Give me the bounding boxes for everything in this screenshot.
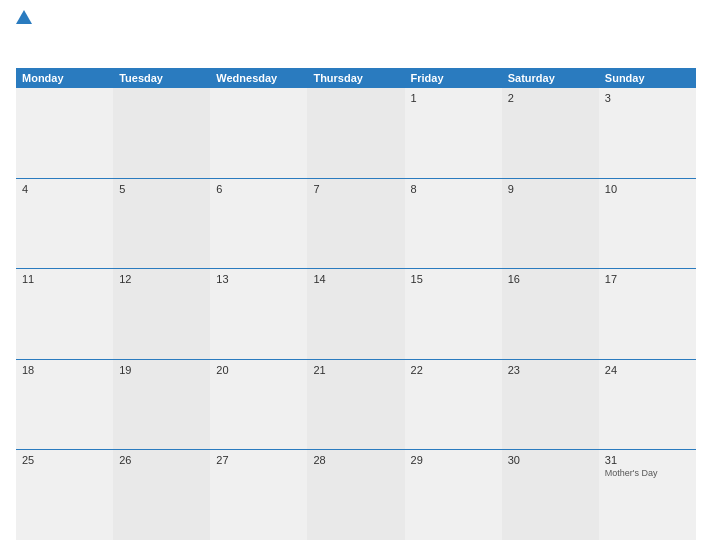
day-cell-7: 7 (307, 179, 404, 269)
day-cell-3: 3 (599, 88, 696, 178)
calendar: Monday Tuesday Wednesday Thursday Friday… (16, 68, 696, 540)
day-cell-27: 27 (210, 450, 307, 540)
calendar-header: Monday Tuesday Wednesday Thursday Friday… (16, 68, 696, 88)
day-number: 26 (119, 454, 204, 466)
day-number: 2 (508, 92, 593, 104)
weekday-monday: Monday (16, 68, 113, 88)
day-number: 28 (313, 454, 398, 466)
day-number: 15 (411, 273, 496, 285)
week-row-4: 25262728293031Mother's Day (16, 450, 696, 540)
day-cell-13: 13 (210, 269, 307, 359)
day-cell-19: 19 (113, 360, 210, 450)
day-number: 10 (605, 183, 690, 195)
day-cell-5: 5 (113, 179, 210, 269)
header (16, 10, 696, 62)
empty-cell-w0-c2 (210, 88, 307, 178)
day-number: 30 (508, 454, 593, 466)
day-number: 19 (119, 364, 204, 376)
calendar-page: Monday Tuesday Wednesday Thursday Friday… (0, 0, 712, 550)
day-number: 7 (313, 183, 398, 195)
day-number: 20 (216, 364, 301, 376)
day-number: 9 (508, 183, 593, 195)
day-number: 14 (313, 273, 398, 285)
day-number: 8 (411, 183, 496, 195)
day-number: 21 (313, 364, 398, 376)
day-cell-21: 21 (307, 360, 404, 450)
day-number: 16 (508, 273, 593, 285)
day-number: 6 (216, 183, 301, 195)
logo-triangle-icon (16, 10, 32, 24)
svg-marker-0 (16, 10, 32, 24)
day-cell-26: 26 (113, 450, 210, 540)
day-number: 4 (22, 183, 107, 195)
day-cell-16: 16 (502, 269, 599, 359)
day-number: 29 (411, 454, 496, 466)
day-cell-2: 2 (502, 88, 599, 178)
day-cell-31: 31Mother's Day (599, 450, 696, 540)
day-number: 22 (411, 364, 496, 376)
day-cell-28: 28 (307, 450, 404, 540)
day-number: 11 (22, 273, 107, 285)
day-number: 5 (119, 183, 204, 195)
day-cell-4: 4 (16, 179, 113, 269)
day-cell-25: 25 (16, 450, 113, 540)
day-number: 25 (22, 454, 107, 466)
day-number: 13 (216, 273, 301, 285)
day-event: Mother's Day (605, 468, 690, 478)
calendar-body: 1234567891011121314151617181920212223242… (16, 88, 696, 540)
day-number: 17 (605, 273, 690, 285)
empty-cell-w0-c1 (113, 88, 210, 178)
day-number: 1 (411, 92, 496, 104)
day-cell-1: 1 (405, 88, 502, 178)
week-row-3: 18192021222324 (16, 360, 696, 451)
weekday-wednesday: Wednesday (210, 68, 307, 88)
day-cell-20: 20 (210, 360, 307, 450)
day-number: 12 (119, 273, 204, 285)
day-cell-8: 8 (405, 179, 502, 269)
day-cell-23: 23 (502, 360, 599, 450)
day-cell-12: 12 (113, 269, 210, 359)
day-cell-6: 6 (210, 179, 307, 269)
weekday-sunday: Sunday (599, 68, 696, 88)
weekday-saturday: Saturday (502, 68, 599, 88)
day-cell-10: 10 (599, 179, 696, 269)
day-number: 31 (605, 454, 690, 466)
day-cell-9: 9 (502, 179, 599, 269)
empty-cell-w0-c0 (16, 88, 113, 178)
day-cell-15: 15 (405, 269, 502, 359)
day-cell-18: 18 (16, 360, 113, 450)
day-cell-24: 24 (599, 360, 696, 450)
day-cell-30: 30 (502, 450, 599, 540)
week-row-2: 11121314151617 (16, 269, 696, 360)
day-number: 18 (22, 364, 107, 376)
day-cell-17: 17 (599, 269, 696, 359)
day-number: 3 (605, 92, 690, 104)
week-row-1: 45678910 (16, 179, 696, 270)
empty-cell-w0-c3 (307, 88, 404, 178)
day-number: 24 (605, 364, 690, 376)
weekday-thursday: Thursday (307, 68, 404, 88)
logo (16, 10, 32, 25)
day-number: 23 (508, 364, 593, 376)
day-cell-29: 29 (405, 450, 502, 540)
weekday-friday: Friday (405, 68, 502, 88)
weekday-tuesday: Tuesday (113, 68, 210, 88)
day-cell-14: 14 (307, 269, 404, 359)
day-number: 27 (216, 454, 301, 466)
day-cell-22: 22 (405, 360, 502, 450)
week-row-0: 123 (16, 88, 696, 179)
day-cell-11: 11 (16, 269, 113, 359)
